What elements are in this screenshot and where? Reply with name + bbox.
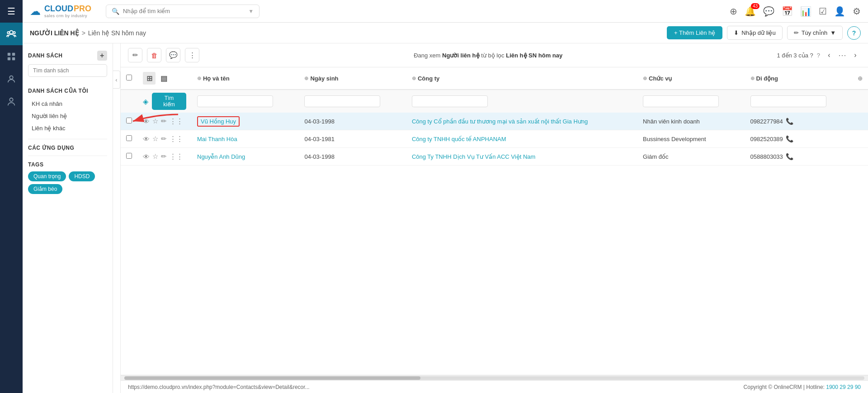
more-options-icon[interactable]: ⋯ xyxy=(838,50,846,60)
delete-toolbar-button[interactable]: 🗑 xyxy=(147,48,161,62)
tag-giam-beo[interactable]: Giảm béo xyxy=(28,184,62,194)
search-input[interactable] xyxy=(123,8,245,14)
col-phone-label: Di động xyxy=(756,75,778,82)
row1-company-link[interactable]: Công ty Cổ phần đầu tư thương mại và sản… xyxy=(412,118,588,125)
row2-name-link[interactable]: Mai Thanh Hòa xyxy=(197,136,237,142)
search-dropdown-icon[interactable]: ▼ xyxy=(248,8,254,14)
row1-name-link[interactable]: Vũ Hồng Huy xyxy=(197,116,240,127)
col-name-label: Họ và tên xyxy=(203,75,230,82)
logo: ☁ CLOUDPRO sales crm by industry xyxy=(30,4,91,18)
row3-edit-icon[interactable]: ✏ xyxy=(161,152,167,161)
th-ho-va-ten[interactable]: ⊕ Họ và tên xyxy=(192,67,299,90)
select-all-checkbox[interactable] xyxy=(126,75,132,80)
search-filter-checkbox-cell xyxy=(121,90,137,113)
search-name-input[interactable] xyxy=(197,95,273,107)
toolbar-more-options[interactable]: ⋯ xyxy=(838,50,846,60)
main-area: ☁ CLOUDPRO sales crm by industry 🔍 ▼ ⊕ 🔔 xyxy=(23,0,868,393)
row3-call-icon[interactable]: 📞 xyxy=(786,153,793,160)
sidebar-item-kh-ca-nhan[interactable]: KH cá nhân xyxy=(28,98,107,110)
row2-call-icon[interactable]: 📞 xyxy=(786,135,793,142)
nav-bar: ☰ xyxy=(0,0,23,393)
chart-icon[interactable]: 📊 xyxy=(800,6,811,17)
pagination-text: 1 đến 3 của ? xyxy=(777,52,813,59)
row2-drag-icon[interactable]: ⋮⋮ xyxy=(170,135,183,143)
sidebar-section-apps-label: CÁC ỨNG DỤNG xyxy=(28,145,74,151)
table-wrapper: ⊞ ▤ ⊕ Họ và tên xyxy=(121,67,868,375)
search-birth-input[interactable] xyxy=(304,95,380,107)
settings-icon[interactable]: ⚙ xyxy=(853,6,861,17)
col-birth-icon: ⊕ xyxy=(304,76,308,81)
calendar-icon[interactable]: 📅 xyxy=(782,6,793,17)
horizontal-scrollbar[interactable] xyxy=(121,375,868,380)
col-phone-icon: ⊕ xyxy=(750,76,755,81)
row3-company-link[interactable]: Công Ty TNHH Dịch Vụ Tư Vấn ACC Việt Nam xyxy=(412,153,535,160)
col-more-icon[interactable]: ⊕ xyxy=(858,75,863,82)
add-icon[interactable]: ⊕ xyxy=(730,6,737,17)
sidebar-collapse-area: ‹ xyxy=(113,43,121,393)
top-header: ☁ CLOUDPRO sales crm by industry 🔍 ▼ ⊕ 🔔 xyxy=(23,0,868,23)
sidebar-item-lien-he-khac[interactable]: Liên hệ khác xyxy=(28,122,107,134)
person-icon xyxy=(6,74,16,84)
nav-contacts[interactable] xyxy=(0,23,23,45)
row2-company-link[interactable]: Công ty TNHH quốc tế ANPHANAM xyxy=(412,136,506,142)
grid-view-button[interactable]: ⊞ xyxy=(143,72,156,85)
col-position-label: Chức vụ xyxy=(649,75,672,82)
row3-drag-icon[interactable]: ⋮⋮ xyxy=(170,152,183,161)
scrollbar-thumb[interactable] xyxy=(124,376,420,380)
contacts-icon xyxy=(6,29,16,39)
sidebar-search-input[interactable] xyxy=(28,64,107,77)
row2-edit-icon[interactable]: ✏ xyxy=(161,135,167,143)
help-button[interactable]: ? xyxy=(847,26,861,40)
user-icon[interactable]: 👤 xyxy=(834,6,845,17)
tag-hdsd[interactable]: HDSD xyxy=(69,171,95,181)
collapse-sidebar-button[interactable]: ‹ xyxy=(113,71,120,89)
list-view-button[interactable]: ▤ xyxy=(157,72,170,85)
row1-call-icon[interactable]: 📞 xyxy=(786,118,793,125)
col-birth-label: Ngày sinh xyxy=(310,75,338,82)
more-toolbar-button[interactable]: ⋮ xyxy=(185,48,199,62)
hamburger-menu[interactable]: ☰ xyxy=(0,0,23,23)
search-filter-button[interactable]: Tìm kiếm xyxy=(152,93,186,110)
footer-hotline-link[interactable]: 1900 29 29 90 xyxy=(826,384,861,390)
chat-icon[interactable]: 💬 xyxy=(763,6,774,17)
notification-icon[interactable]: 🔔 43 xyxy=(745,6,756,17)
pagination-next[interactable]: › xyxy=(850,50,861,61)
tag-quan-trong[interactable]: Quan trọng xyxy=(28,171,66,181)
row2-view-icon[interactable]: 👁 xyxy=(143,135,150,143)
row2-star-icon[interactable]: ☆ xyxy=(152,135,158,143)
row2-checkbox[interactable] xyxy=(126,135,132,141)
sidebar-item-nguoi-lien-he[interactable]: Người liên hệ xyxy=(28,110,107,122)
search-position-input[interactable] xyxy=(643,95,719,107)
th-di-dong[interactable]: ⊕ Di động xyxy=(745,67,852,90)
import-data-button[interactable]: ⬇ Nhập dữ liệu xyxy=(727,26,782,40)
row3-view-icon[interactable]: 👁 xyxy=(143,153,150,161)
search-bar[interactable]: 🔍 ▼ xyxy=(106,5,259,18)
nav-person[interactable] xyxy=(0,68,23,90)
add-contact-button[interactable]: + Thêm Liên hệ xyxy=(667,26,722,39)
pagination-prev[interactable]: ‹ xyxy=(824,50,835,61)
search-phone-input[interactable] xyxy=(750,95,826,107)
search-company-input[interactable] xyxy=(412,95,488,107)
row1-phone-cell: 0982277984 📞 xyxy=(745,113,852,130)
row3-checkbox[interactable] xyxy=(126,153,132,159)
table-header-row: ⊞ ▤ ⊕ Họ và tên xyxy=(121,67,868,90)
row3-more-cell xyxy=(852,148,868,166)
sidebar-add-button[interactable]: + xyxy=(97,51,107,61)
toolbar-pagination: 1 đến 3 của ? ? ‹ ⋯ › xyxy=(777,50,861,61)
edit-toolbar-button[interactable]: ✏ xyxy=(128,48,142,62)
row3-name-link[interactable]: Nguyễn Anh Dũng xyxy=(197,153,245,160)
nav-grid[interactable] xyxy=(0,45,23,68)
nav-person-alt[interactable] xyxy=(0,90,23,113)
th-chuc-vu[interactable]: ⊕ Chức vụ xyxy=(637,67,745,90)
comment-toolbar-button[interactable]: 💬 xyxy=(166,48,180,62)
search-row-inner: ◈ Tìm kiếm xyxy=(143,93,186,110)
col-company-label: Công ty xyxy=(418,75,439,82)
row3-star-icon[interactable]: ☆ xyxy=(152,152,158,161)
sidebar-section-danh-sach: DANH SÁCH + xyxy=(28,51,107,61)
customize-button[interactable]: ✏ Tùy chỉnh ▼ xyxy=(787,26,843,40)
footer-copyright: Copyright © OnlineCRM | Hotline: 1900 29… xyxy=(744,384,861,390)
th-cong-ty[interactable]: ⊕ Công ty xyxy=(406,67,637,90)
tasks-icon[interactable]: ☑ xyxy=(819,6,827,17)
filter-icon[interactable]: ◈ xyxy=(143,97,148,106)
th-ngay-sinh[interactable]: ⊕ Ngày sinh xyxy=(299,67,406,90)
